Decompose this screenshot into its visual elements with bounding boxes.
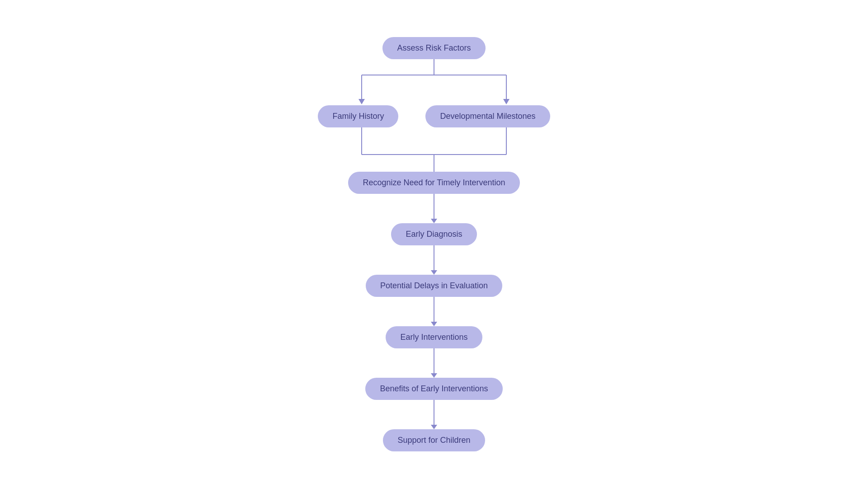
node-assess-risk: Assess Risk Factors xyxy=(382,37,485,59)
node-early-interventions: Early Interventions xyxy=(386,326,482,348)
flowchart: Assess Risk Factors Family History Devel… xyxy=(316,37,552,451)
arrow-5 xyxy=(431,400,437,429)
node-potential-delays: Potential Delays in Evaluation xyxy=(366,275,502,297)
node-family-history: Family History xyxy=(318,105,398,127)
node-benefits: Benefits of Early Interventions xyxy=(365,378,502,400)
node-support: Support for Children xyxy=(383,429,485,451)
branch-row: Family History Developmental Milestones xyxy=(318,105,550,127)
arrow-1 xyxy=(431,194,437,223)
branch-connector-merge xyxy=(316,127,552,177)
svg-marker-5 xyxy=(503,99,509,104)
arrow-3 xyxy=(431,297,437,326)
branch-connector-top xyxy=(316,59,552,109)
svg-marker-3 xyxy=(359,99,365,104)
arrow-2 xyxy=(431,245,437,275)
node-recognize: Recognize Need for Timely Intervention xyxy=(348,172,519,194)
node-early-diagnosis: Early Diagnosis xyxy=(391,223,476,245)
node-dev-milestones: Developmental Milestones xyxy=(425,105,550,127)
arrow-4 xyxy=(431,348,437,378)
